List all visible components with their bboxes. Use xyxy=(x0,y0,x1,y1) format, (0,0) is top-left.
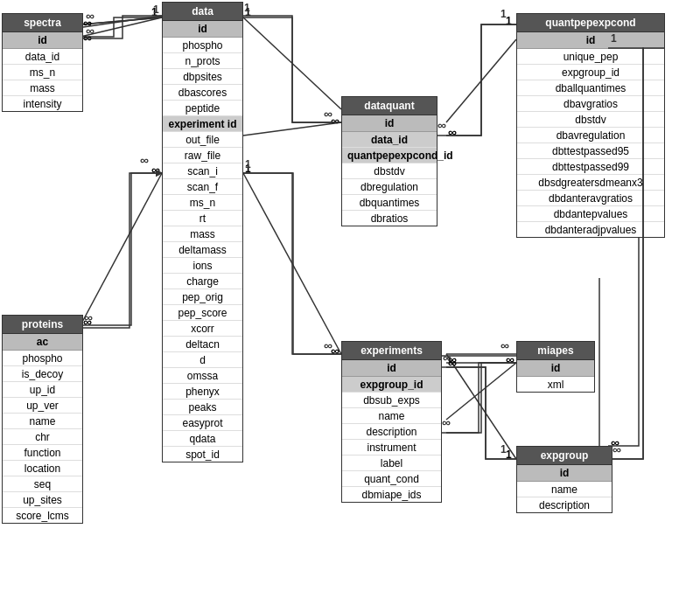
quantpepexpcond-col-dbavregulation: dbavregulation xyxy=(517,128,664,143)
table-quantpepexpcond: quantpepexpcond id unique_pep expgroup_i… xyxy=(516,13,665,238)
svg-text:∞: ∞ xyxy=(438,118,446,132)
data-col-experiment_id: experiment id xyxy=(163,116,242,132)
proteins-col-name: name xyxy=(3,414,82,429)
proteins-col-ac: ac xyxy=(3,334,82,351)
svg-line-6 xyxy=(243,173,341,354)
table-quantpepexpcond-header: quantpepexpcond xyxy=(517,14,664,32)
label-exp-expgroup-inf: ∞ xyxy=(448,356,457,370)
label-miapes-exp-inf: ∞ xyxy=(506,352,514,366)
dataquant-col-dbstdv: dbstdv xyxy=(342,163,437,179)
label-exp-data-inf: ∞ xyxy=(331,344,340,358)
table-spectra: spectra id data_id ms_n mass intensity xyxy=(2,13,83,112)
data-col-id: id xyxy=(163,21,242,38)
table-miapes: miapes id xml xyxy=(516,341,595,393)
label-data-exp-1: 1 xyxy=(245,163,251,175)
data-col-raw_file: raw_file xyxy=(163,148,242,163)
spectra-col-id: id xyxy=(3,32,82,49)
experiments-col-id: id xyxy=(342,360,441,377)
proteins-col-function: function xyxy=(3,445,82,461)
quantpepexpcond-col-dballquantimes: dballquantimes xyxy=(517,80,664,96)
svg-line-5 xyxy=(446,39,516,122)
proteins-col-chr: chr xyxy=(3,429,82,445)
quantpepexpcond-col-dbavgratios: dbavgratios xyxy=(517,96,664,112)
data-col-qdata: qdata xyxy=(163,431,242,447)
spectra-col-ms_n: ms_n xyxy=(3,65,82,80)
proteins-col-up_id: up_id xyxy=(3,382,82,398)
label-data-dataquant-1: 1 xyxy=(245,6,251,18)
label-expgroup-exp-1: 1 xyxy=(506,448,512,461)
expgroup-col-description: description xyxy=(517,497,612,512)
svg-line-0 xyxy=(80,17,162,24)
experiments-col-dbmiape_ids: dbmiape_ids xyxy=(342,487,441,502)
label-spectra-data-inf: ∞ xyxy=(83,16,92,30)
svg-line-11 xyxy=(83,16,162,27)
expgroup-col-name: name xyxy=(517,482,612,497)
data-col-scan_i: scan_i xyxy=(163,163,242,179)
experiments-col-quant_cond: quant_cond xyxy=(342,471,441,487)
proteins-col-phospho: phospho xyxy=(3,351,82,366)
data-col-omssa: omssa xyxy=(163,368,242,384)
quantpepexpcond-col-dbsdgreatersdmeanx3: dbsdgreatersdmeanx3 xyxy=(517,175,664,191)
data-col-out_file: out_file xyxy=(163,132,242,148)
dataquant-col-quantpepexpcond_id: quantpepexpcond_id xyxy=(342,148,437,163)
svg-text:∞: ∞ xyxy=(442,415,451,429)
table-data-header: data xyxy=(163,3,242,21)
expgroup-col-id: id xyxy=(517,465,612,482)
dataquant-col-dbregulation: dbregulation xyxy=(342,179,437,195)
label-dataquant-data-inf: ∞ xyxy=(331,114,340,128)
quantpepexpcond-col-dbstdv: dbstdv xyxy=(517,112,664,128)
data-col-charge: charge xyxy=(163,274,242,289)
proteins-col-seq: seq xyxy=(3,476,82,492)
label-quant-dataquant-1: 1 xyxy=(506,15,512,27)
quantpepexpcond-col-dbdantepvalues: dbdantepvalues xyxy=(517,206,664,222)
svg-line-4 xyxy=(243,122,341,136)
label-data-proteins-inf: ∞ xyxy=(83,315,92,329)
dataquant-col-id: id xyxy=(342,115,437,132)
svg-text:∞: ∞ xyxy=(140,153,149,167)
table-data: data id phospho n_prots dbpsites dbascor… xyxy=(162,2,243,462)
svg-text:∞: ∞ xyxy=(500,338,509,352)
data-col-pep_score: pep_score xyxy=(163,305,242,321)
data-col-d: d xyxy=(163,352,242,368)
quantpepexpcond-col-id: id xyxy=(517,32,664,49)
experiments-col-instrument: instrument xyxy=(342,440,441,455)
spectra-col-intensity: intensity xyxy=(3,96,82,111)
svg-line-2 xyxy=(80,173,162,325)
miapes-col-id: id xyxy=(517,360,594,377)
table-spectra-header: spectra xyxy=(3,14,82,32)
experiments-col-name: name xyxy=(342,408,441,424)
proteins-col-location: location xyxy=(3,461,82,476)
data-col-n_prots: n_prots xyxy=(163,53,242,69)
data-col-pep_orig: pep_orig xyxy=(163,289,242,305)
dataquant-col-dbratios: dbratios xyxy=(342,211,437,226)
miapes-col-xml: xml xyxy=(517,377,594,392)
quantpepexpcond-col-dbdanteravgratios: dbdanteravgratios xyxy=(517,191,664,206)
data-col-ms_n: ms_n xyxy=(163,195,242,211)
table-experiments-header: experiments xyxy=(342,342,441,360)
quantpepexpcond-col-dbttestpassed99: dbttestpassed99 xyxy=(517,159,664,175)
svg-line-7 xyxy=(446,363,516,420)
quantpepexpcond-col-expgroup_id: expgroup_id xyxy=(517,65,664,80)
spectra-col-data_id: data_id xyxy=(3,49,82,65)
spectra-col-mass: mass xyxy=(3,80,82,96)
data-col-deltacn: deltacn xyxy=(163,337,242,352)
data-col-peptide: peptide xyxy=(163,101,242,116)
dataquant-col-dbquantimes: dbquantimes xyxy=(342,195,437,211)
quantpepexpcond-col-dbdanteradjpvalues: dbdanteradjpvalues xyxy=(517,222,664,237)
table-proteins-header: proteins xyxy=(3,316,82,334)
svg-line-1 xyxy=(80,17,162,37)
proteins-col-is_decoy: is_decoy xyxy=(3,366,82,382)
proteins-col-score_lcms: score_lcms xyxy=(3,508,82,523)
table-proteins: proteins ac phospho is_decoy up_id up_ve… xyxy=(2,315,83,524)
data-col-spot_id: spot_id xyxy=(163,447,242,462)
experiments-col-expgroup_id: expgroup_id xyxy=(342,377,441,393)
quantpepexpcond-col-dbttestpassed95: dbttestpassed95 xyxy=(517,143,664,159)
data-col-dbascores: dbascores xyxy=(163,85,242,101)
table-miapes-header: miapes xyxy=(517,342,594,360)
label-dataquant-quant-inf: ∞ xyxy=(448,125,457,139)
data-col-mass: mass xyxy=(163,226,242,242)
proteins-col-up_ver: up_ver xyxy=(3,398,82,414)
svg-line-9 xyxy=(446,354,516,459)
dataquant-col-data_id: data_id xyxy=(342,132,437,148)
data-col-xcorr: xcorr xyxy=(163,321,242,337)
